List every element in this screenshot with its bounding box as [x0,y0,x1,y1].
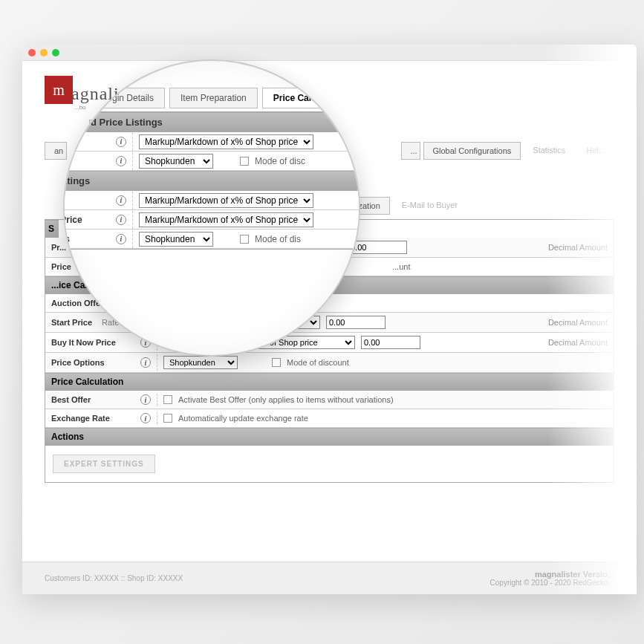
input-pr-value[interactable] [348,241,407,254]
label-exchange-rate: Exchange Rate [51,414,110,423]
input-start-price-value[interactable] [326,316,386,329]
mag-label-buy-now: Buy It Now Price [63,215,82,225]
section-price-calculation-2: Price Calculation [45,373,614,391]
window-minimize-icon[interactable] [40,49,48,56]
section-actions: Actions [45,428,614,446]
tab-ellipsis[interactable]: ... [401,142,420,160]
info-icon[interactable]: i [116,137,126,147]
mag-checkbox-mode-disc-1[interactable] [240,157,249,166]
footer-brand: magnalister Versio... [490,570,614,579]
tab-help[interactable]: Hel... [577,142,614,160]
checkbox-best-offer-full[interactable] [163,395,172,404]
label-best-offer-full: Activate Best Offer (only applies to ite… [178,395,394,404]
row-exchange-rate: Exchange Ratei Automatically update exch… [45,409,614,428]
info-icon[interactable]: i [116,156,126,166]
mag-section-auction: Auction Settings [63,171,360,191]
section-stub-s: S [45,220,59,238]
info-icon[interactable]: i [140,413,151,423]
tab-global-configurations[interactable]: Global Configurations [423,142,521,160]
footer: Customers ID: XXXXX :: Shop ID: XXXXX ma… [22,562,637,594]
mag-tab-item-prep[interactable]: Item Preparation [169,88,258,108]
mag-label-mode-dis-2: Mode of dis [255,234,301,244]
info-icon[interactable]: i [140,394,151,405]
label-buy-it-now: Buy It Now Price [51,338,116,347]
select-shopkunden[interactable]: Shopkunden [163,356,238,369]
mag-select-shopkunden-2[interactable]: Shopkunden [139,232,213,247]
tab-email-to-buyer[interactable]: E-Mail to Buyer [393,197,466,215]
tab-stub-an[interactable]: an [45,142,67,160]
info-icon[interactable]: i [116,215,126,225]
hint-decimal-amount: Decimal Amount [548,338,608,347]
magnifier-lens: ...ad Items ...gin Details Item Preparat… [63,59,360,357]
label-exchange-rate-text: Automatically update exchange rate [178,414,308,423]
checkbox-mode-discount[interactable] [272,358,281,367]
mag-select-markup-price[interactable]: Markup/Markdown of x% of Shop price [139,134,313,149]
info-icon[interactable]: i [116,234,126,244]
footer-ids: Customers ID: XXXXX :: Shop ID: XXXXX [45,574,183,582]
label-price: Price [51,262,71,271]
expert-settings-button[interactable]: EXPERT SETTINGS [53,455,155,473]
mag-row-buy-now: Buy It Now Pricei Markup/Markdown of x% … [63,210,360,230]
mag-row-start-price: Start Pricei Markup/Markdown of x% of Sh… [63,191,360,210]
label-price-options: Price Options [51,358,105,367]
hint-unt: ...unt [392,262,410,271]
mag-row-price-options-2: Price Optionsi Shopkunden Mode of dis [63,230,360,249]
mag-row-price: Pricei Markup/Markdown of x% of Shop pri… [63,132,360,152]
label-mode-discount: Mode of discount [287,358,349,367]
info-icon[interactable]: i [116,195,126,206]
label-pr: Pr... [51,243,66,252]
footer-copyright: Copyright © 2010 - 2020 RedGecko... [490,579,614,587]
input-buy-now-value[interactable] [361,336,420,349]
checkbox-exchange-rate[interactable] [163,414,172,423]
mag-select-markup-buy[interactable]: Markup/Markdown of x% of Shop price [139,212,313,227]
tab-statistics[interactable]: Statistics [524,142,574,160]
logo-icon: m [45,76,73,104]
mag-section-fixed-price: ...ettings for Fixed Price Listings [63,112,360,132]
mag-select-markup-start[interactable]: Markup/Markdown of x% of Shop price [139,193,313,208]
mag-label-mode-disc-1: Mode of disc [255,156,305,166]
window-zoom-icon[interactable] [52,49,59,56]
row-buy-it-now-bg: Buy It Now Pricei ...wn of x% of Shop pr… [45,333,614,353]
row-price-options-bg: Price Optionsi Shopkunden Mode of discou… [45,353,614,373]
mag-row-price-options: Price Optionsi Shopkunden Mode of disc [63,152,360,171]
hint-decimal-amount: Decimal Amount [548,318,608,327]
info-icon[interactable]: i [140,357,151,368]
label-start-price: Start Price [51,318,92,327]
titlebar [22,45,637,61]
hint-decimal-amount: Decimal Amount [548,243,608,252]
window-close-icon[interactable] [28,49,36,56]
label-best-offer: Best Offer [51,395,91,404]
row-best-offer: Best Offeri Activate Best Offer (only ap… [45,391,614,409]
mag-select-shopkunden-1[interactable]: Shopkunden [139,154,213,169]
mag-checkbox-mode-dis-2[interactable] [240,235,249,244]
